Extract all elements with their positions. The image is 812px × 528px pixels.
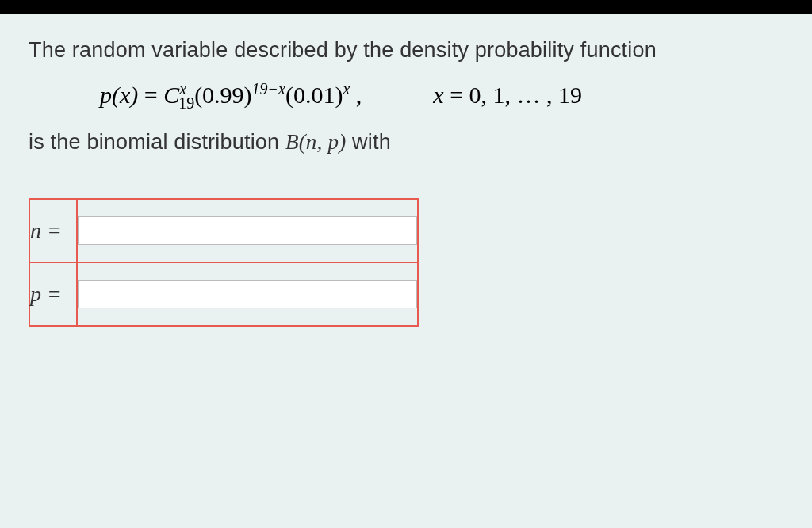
formula-xvals: = 0, 1, … , 19 xyxy=(444,82,582,108)
formula-display: p(x) = Cx19(0.99)19−x(0.01)x ,x = 0, 1, … xyxy=(100,80,788,113)
conclusion-pre: is the binomial distribution xyxy=(29,130,285,154)
p-input-cell xyxy=(77,262,418,326)
conclusion-np: (n, p) xyxy=(299,130,347,154)
n-input-cell xyxy=(77,199,418,262)
formula-exp1: 19−x xyxy=(252,80,285,98)
conclusion-b: B xyxy=(285,130,299,154)
conclusion-post: with xyxy=(346,130,391,154)
formula-px: p(x) xyxy=(100,82,138,108)
n-label-cell: n = xyxy=(29,199,77,262)
formula-c-sub: 19 xyxy=(178,94,194,112)
p-label-cell: p = xyxy=(29,262,77,326)
conclusion-text: is the binomial distribution B(n, p) wit… xyxy=(29,130,788,155)
formula-comma: , xyxy=(350,82,362,108)
answer-table: n = p = xyxy=(29,198,419,327)
formula-c: C xyxy=(163,82,179,108)
intro-text: The random variable described by the den… xyxy=(29,38,788,63)
formula-base1: (0.99) xyxy=(194,82,251,108)
formula-x: x xyxy=(433,82,443,108)
p-input[interactable] xyxy=(78,280,417,308)
answer-row-n: n = xyxy=(29,199,418,262)
formula-base2: (0.01) xyxy=(285,82,343,108)
n-input[interactable] xyxy=(78,216,417,245)
top-black-bar xyxy=(0,0,812,14)
answer-row-p: p = xyxy=(29,262,418,326)
question-content: The random variable described by the den… xyxy=(0,14,812,350)
formula-eq1: = xyxy=(138,82,163,108)
